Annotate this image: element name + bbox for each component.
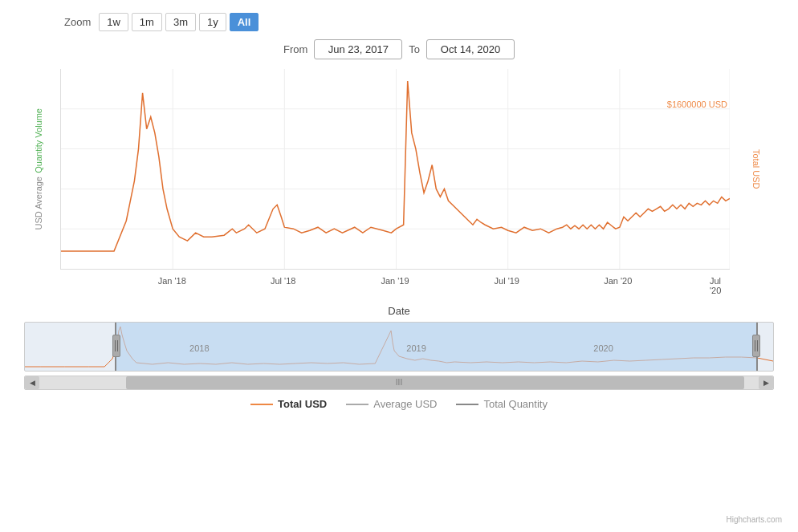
- navigator-right-handle[interactable]: [752, 335, 760, 357]
- zoom-1y-button[interactable]: 1y: [199, 13, 226, 31]
- y-axis-total-usd-label: Total USD: [751, 149, 761, 189]
- legend-label-total-usd: Total USD: [278, 398, 327, 410]
- date-range-bar: From To: [16, 39, 782, 59]
- chart-container: Zoom 1w 1m 3m 1y All From To Quantity Vo…: [0, 0, 798, 532]
- navigator-bg: 2018 2019 2020: [24, 322, 774, 372]
- main-chart-svg: [61, 69, 730, 269]
- scroll-thumb[interactable]: [126, 376, 745, 389]
- zoom-1m-button[interactable]: 1m: [132, 13, 162, 31]
- zoom-1w-button[interactable]: 1w: [99, 13, 128, 31]
- legend-line-avg-usd: [346, 404, 368, 405]
- scroll-left-button[interactable]: ◀: [25, 376, 39, 389]
- zoom-all-button[interactable]: All: [230, 13, 259, 31]
- zoom-bar: Zoom 1w 1m 3m 1y All: [16, 13, 782, 31]
- legend-label-avg-usd: Average USD: [373, 398, 437, 410]
- x-label-jul20: Jul '20: [710, 276, 723, 295]
- to-label: To: [409, 43, 420, 55]
- y-axis-right: Total USD: [730, 69, 782, 270]
- nav-year-2019: 2019: [406, 343, 425, 353]
- zoom-3m-button[interactable]: 3m: [165, 13, 196, 31]
- from-label: From: [283, 43, 307, 55]
- zoom-label: Zoom: [64, 16, 91, 28]
- chart-plot: [60, 69, 730, 270]
- x-label-jan19: Jan '19: [381, 276, 409, 286]
- navigator-area: 2018 2019 2020 ◀ III ▶: [24, 322, 774, 390]
- x-axis-labels: Jan '18 Jul '18 Jan '19 Jul '19 Jan '20 …: [60, 271, 730, 302]
- scroll-right-button[interactable]: ▶: [759, 376, 773, 389]
- legend-item-total-usd: Total USD: [250, 398, 327, 410]
- nav-handle-lines-left: [115, 340, 118, 351]
- to-date-input[interactable]: [426, 39, 515, 59]
- y-axis-left: Quantity Volume USD Average: [16, 69, 60, 270]
- legend-label-total-qty: Total Quantity: [483, 398, 548, 410]
- x-label-jul18: Jul '18: [271, 276, 295, 286]
- legend-item-avg-usd: Average USD: [346, 398, 437, 410]
- nav-year-2018: 2018: [189, 343, 209, 353]
- nav-year-2020: 2020: [593, 343, 613, 353]
- x-axis-title: Date: [16, 305, 782, 317]
- x-label-jul19: Jul '19: [495, 276, 519, 286]
- x-label-jan18: Jan '18: [158, 276, 186, 286]
- navigator-selected-range[interactable]: [115, 323, 759, 371]
- highcharts-credit: Highcharts.com: [727, 515, 782, 524]
- scroll-track[interactable]: III: [39, 376, 759, 389]
- scroll-label: III: [396, 378, 402, 387]
- legend-line-total-usd: [250, 404, 273, 405]
- navigator-scrollbar[interactable]: ◀ III ▶: [24, 376, 774, 390]
- from-date-input[interactable]: [314, 39, 402, 59]
- nav-handle-lines-right: [755, 340, 758, 351]
- legend-line-total-qty: [456, 404, 478, 405]
- legend-item-total-qty: Total Quantity: [456, 398, 548, 410]
- main-chart-area: Quantity Volume USD Average Total USD $1…: [16, 69, 782, 302]
- y-axis-usd-avg-label: USD Average: [34, 177, 43, 229]
- x-label-jan20: Jan '20: [604, 276, 632, 286]
- legend: Total USD Average USD Total Quantity: [16, 398, 782, 410]
- y-axis-quantity-label: Quantity Volume: [34, 108, 43, 173]
- navigator-left-handle[interactable]: [112, 335, 120, 357]
